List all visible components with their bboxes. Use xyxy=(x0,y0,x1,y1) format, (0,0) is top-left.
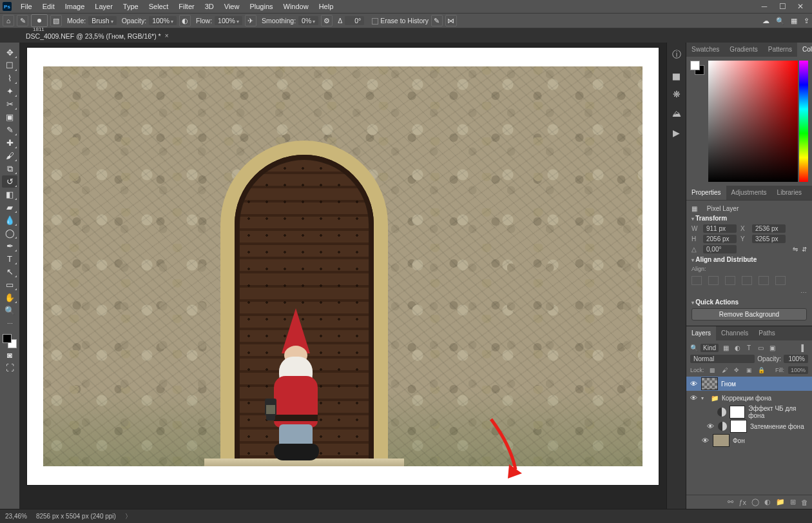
history-brush-tool[interactable]: ↺ xyxy=(2,175,17,188)
healing-tool[interactable]: ✚ xyxy=(2,137,17,149)
visibility-toggle[interactable]: 👁 xyxy=(706,422,715,430)
lasso-tool[interactable]: ⌇ xyxy=(2,72,17,84)
layer-group-corrections[interactable]: 👁 ▾ 📁 Коррекции фона xyxy=(686,391,812,405)
lock-artboard-icon[interactable]: ▣ xyxy=(745,366,753,374)
flip-v-icon[interactable]: ⇵ xyxy=(802,246,807,253)
pressure-size-icon[interactable]: ✎ xyxy=(431,15,443,26)
maximize-button[interactable]: ☐ xyxy=(773,0,791,13)
layer-thumbnail[interactable] xyxy=(701,377,718,390)
menu-help[interactable]: Help xyxy=(314,0,339,13)
smoothing-input[interactable]: 0% xyxy=(298,16,318,25)
tab-properties[interactable]: Properties xyxy=(686,186,726,200)
visibility-toggle[interactable]: 👁 xyxy=(689,394,698,402)
lock-pixels-icon[interactable]: 🖌 xyxy=(720,366,729,374)
layer-name[interactable]: Эффект ЧБ для фона xyxy=(748,405,809,419)
adjustment-layer-icon[interactable]: ◐ xyxy=(764,498,771,506)
layer-name[interactable]: Затемнение фона xyxy=(750,423,804,430)
minimize-button[interactable]: ─ xyxy=(755,0,773,13)
menu-edit[interactable]: Edit xyxy=(37,0,60,13)
group-icon[interactable]: 📁 xyxy=(776,498,785,506)
menu-select[interactable]: Select xyxy=(144,0,174,13)
menu-type[interactable]: Type xyxy=(118,0,144,13)
visibility-toggle[interactable]: 👁 xyxy=(689,380,698,388)
menu-image[interactable]: Image xyxy=(60,0,90,13)
crop-tool[interactable]: ✂ xyxy=(2,98,17,110)
mask-thumbnail[interactable] xyxy=(730,420,747,433)
histogram-panel-icon[interactable]: ▅ xyxy=(673,70,680,80)
tab-adjustments[interactable]: Adjustments xyxy=(726,186,772,200)
align-heading[interactable]: Align and Distribute xyxy=(691,256,807,263)
pressure-opacity-icon[interactable]: ◐ xyxy=(179,15,191,26)
menu-file[interactable]: File xyxy=(15,0,37,13)
shape-tool[interactable]: ▭ xyxy=(2,279,17,291)
color-picker[interactable] xyxy=(708,61,808,182)
close-tab-icon[interactable]: × xyxy=(165,29,169,43)
menu-filter[interactable]: Filter xyxy=(173,0,199,13)
align-more-icon[interactable]: ⋯ xyxy=(691,289,807,296)
eyedropper-tool[interactable]: ✎ xyxy=(2,124,17,136)
layer-thumbnail[interactable] xyxy=(713,434,730,447)
zoom-tool[interactable]: 🔍 xyxy=(2,304,17,317)
brush-tool[interactable]: 🖌 xyxy=(2,150,17,162)
mini-swatch[interactable] xyxy=(690,61,704,75)
move-tool[interactable]: ✥ xyxy=(2,46,17,59)
stamp-tool[interactable]: ⧉ xyxy=(2,163,17,175)
tool-preset[interactable]: ✎ xyxy=(17,15,28,26)
remove-background-button[interactable]: Remove Background xyxy=(691,308,807,321)
filter-toggle[interactable]: ▌ xyxy=(799,343,808,352)
zoom-level[interactable]: 23,46% xyxy=(5,513,27,520)
tab-channels[interactable]: Channels xyxy=(716,326,753,340)
visibility-toggle[interactable]: 👁 xyxy=(701,437,710,444)
align-top[interactable] xyxy=(742,276,752,285)
cloud-docs-icon[interactable]: ☁ xyxy=(762,17,769,25)
brush-preview[interactable]: 1811 xyxy=(31,14,48,27)
angle-input-prop[interactable]: 0,00° xyxy=(703,245,737,253)
layer-gnome[interactable]: 👁 Гном xyxy=(686,377,812,391)
link-layers-icon[interactable]: ⚯ xyxy=(728,498,733,506)
flow-input[interactable]: 100% xyxy=(215,16,242,25)
lock-all-icon[interactable]: 🔒 xyxy=(757,366,766,374)
delete-layer-icon[interactable]: 🗑 xyxy=(801,498,808,506)
filter-shape-icon[interactable]: ▭ xyxy=(756,343,765,352)
gradient-tool[interactable]: ▰ xyxy=(2,201,17,213)
layer-background[interactable]: 👁 Фон xyxy=(686,433,812,448)
y-input[interactable]: 3265 px xyxy=(752,235,786,243)
layer-name[interactable]: Коррекции фона xyxy=(722,395,771,402)
menu-view[interactable]: View xyxy=(219,0,245,13)
align-bottom[interactable] xyxy=(775,276,786,285)
menu-layer[interactable]: Layer xyxy=(90,0,118,13)
filter-search-icon[interactable]: 🔍 xyxy=(690,344,698,351)
hand-tool[interactable]: ✋ xyxy=(2,291,17,304)
quickmask-toggle[interactable]: ◙ xyxy=(2,349,17,361)
group-collapse-icon[interactable]: ▾ xyxy=(701,395,708,401)
tab-paths[interactable]: Paths xyxy=(753,326,780,340)
layer-darken-bg[interactable]: 👁 Затемнение фона xyxy=(686,419,812,433)
tab-patterns[interactable]: Patterns xyxy=(763,43,797,57)
tab-layers[interactable]: Layers xyxy=(686,326,716,340)
share-icon[interactable]: ⇪ xyxy=(804,17,809,25)
layer-name[interactable]: Фон xyxy=(733,437,745,444)
color-swatches[interactable] xyxy=(3,334,17,348)
doc-dimensions[interactable]: 8256 px x 5504 px (240 ppi) xyxy=(36,513,116,520)
transform-heading[interactable]: Transform xyxy=(691,215,807,222)
tab-color[interactable]: Color xyxy=(797,43,812,57)
mask-icon[interactable]: ◯ xyxy=(751,498,759,506)
edit-toolbar[interactable]: ⋯ xyxy=(2,317,17,330)
frame-tool[interactable]: ▣ xyxy=(2,111,17,123)
h-input[interactable]: 2056 px xyxy=(703,235,737,243)
filter-smart-icon[interactable]: ▣ xyxy=(768,343,777,352)
filter-kind-select[interactable]: Kind xyxy=(701,344,719,352)
path-select-tool[interactable]: ↖ xyxy=(2,266,17,278)
status-chevron[interactable]: 〉 xyxy=(125,512,131,521)
info-panel-icon[interactable]: ⓘ xyxy=(672,49,681,61)
marquee-tool[interactable]: ☐ xyxy=(2,59,17,72)
opacity-input[interactable]: 100% xyxy=(149,16,177,25)
dodge-tool[interactable]: ◯ xyxy=(2,227,17,239)
airbrush-icon[interactable]: ✈ xyxy=(245,15,256,26)
new-layer-icon[interactable]: ⊞ xyxy=(790,498,796,506)
fx-icon[interactable]: ƒx xyxy=(739,498,746,506)
workspace-icon[interactable]: ▦ xyxy=(791,17,797,25)
menu-window[interactable]: Window xyxy=(278,0,314,13)
search-icon[interactable]: 🔍 xyxy=(776,17,784,25)
flip-h-icon[interactable]: ⇋ xyxy=(793,246,798,253)
